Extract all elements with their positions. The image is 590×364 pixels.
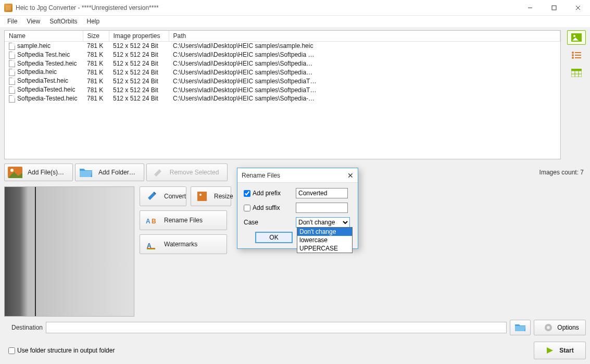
resize-button[interactable]: Resize xyxy=(191,186,231,206)
view-list-button[interactable] xyxy=(567,48,586,62)
menubar: File View SoftOrbits Help xyxy=(0,16,590,27)
svg-text:B: B xyxy=(152,218,156,225)
gear-icon xyxy=(544,323,553,332)
use-folder-structure-checkbox[interactable]: Use folder structure in output folder xyxy=(8,347,115,354)
start-button[interactable]: Start xyxy=(534,342,586,359)
destination-row: Destination Options xyxy=(0,318,590,337)
case-option-dont-change[interactable]: Don't change xyxy=(297,228,352,236)
svg-point-6 xyxy=(572,52,574,54)
file-icon xyxy=(9,43,15,50)
resize-icon xyxy=(196,190,208,203)
watermarks-button[interactable]: A Watermarks xyxy=(140,234,227,254)
preview-pane xyxy=(4,186,134,317)
svg-rect-19 xyxy=(197,192,207,201)
suffix-input[interactable] xyxy=(296,203,348,213)
destination-label: Destination xyxy=(11,324,43,331)
menu-view[interactable]: View xyxy=(22,17,44,26)
remove-selected-button[interactable]: Remove Selected xyxy=(146,164,228,181)
table-row[interactable]: Softpedia Test.heic781 K512 x 512 24 Bit… xyxy=(5,51,560,59)
image-icon xyxy=(7,166,23,179)
watermark-icon: A xyxy=(145,238,158,250)
col-size[interactable]: Size xyxy=(83,31,109,42)
titlebar: Heic to Jpg Converter - ****Unregistered… xyxy=(0,0,590,16)
prefix-input[interactable] xyxy=(296,188,348,198)
menu-help[interactable]: Help xyxy=(83,17,104,26)
table-row[interactable]: SoftpediaTested.heic781 K512 x 512 24 Bi… xyxy=(5,85,560,94)
svg-point-18 xyxy=(10,169,14,172)
add-suffix-checkbox[interactable] xyxy=(244,205,250,211)
view-thumbnails-button[interactable] xyxy=(567,30,586,45)
table-row[interactable]: Softpedia Tested.heic781 K512 x 512 24 B… xyxy=(5,59,560,68)
col-path[interactable]: Path xyxy=(169,31,560,42)
add-folder-button[interactable]: Add Folder… xyxy=(75,164,144,181)
svg-rect-1 xyxy=(552,6,556,10)
minimize-button[interactable] xyxy=(518,0,542,16)
menu-softorbits[interactable]: SoftOrbits xyxy=(45,17,81,26)
svg-text:A: A xyxy=(146,218,150,225)
svg-marker-28 xyxy=(547,347,553,354)
svg-point-5 xyxy=(573,35,575,37)
convert-button[interactable]: Convert xyxy=(140,186,186,206)
dialog-title: Rename Files xyxy=(242,172,280,179)
table-row[interactable]: SoftpediaTest.heic781 K512 x 512 24 BitC… xyxy=(5,77,560,85)
file-icon xyxy=(9,95,15,103)
svg-rect-12 xyxy=(571,69,582,71)
case-dropdown-list[interactable]: Don't change lowercase UPPERCASE xyxy=(297,227,353,253)
add-prefix-checkbox[interactable] xyxy=(244,190,250,197)
col-props[interactable]: Image properties xyxy=(109,31,169,42)
menu-file[interactable]: File xyxy=(3,17,21,26)
browse-destination-button[interactable] xyxy=(510,320,531,335)
case-label: Case xyxy=(244,219,258,226)
folder-icon xyxy=(78,166,94,179)
ok-button[interactable]: OK xyxy=(255,232,293,243)
svg-rect-24 xyxy=(147,248,155,249)
close-button[interactable] xyxy=(566,0,590,16)
destination-input[interactable] xyxy=(46,322,507,333)
file-icon xyxy=(9,86,15,94)
file-icon xyxy=(9,69,15,76)
col-name[interactable]: Name xyxy=(5,31,83,42)
view-details-button[interactable] xyxy=(567,66,586,80)
table-row[interactable]: sample.heic781 K512 x 512 24 BitC:\Users… xyxy=(5,42,560,51)
main-area: Name Size Image properties Path sample.h… xyxy=(0,27,590,318)
svg-point-20 xyxy=(199,194,202,196)
file-icon xyxy=(9,52,15,59)
table-row[interactable]: Softpedia.heic781 K512 x 512 24 BitC:\Us… xyxy=(5,68,560,77)
svg-point-27 xyxy=(547,326,550,329)
svg-point-7 xyxy=(572,54,574,56)
case-option-lowercase[interactable]: lowercase xyxy=(297,236,352,244)
case-select[interactable]: Don't change xyxy=(296,217,350,228)
dialog-close-button[interactable]: ✕ xyxy=(347,171,354,180)
bottom-bar: Use folder structure in output folder St… xyxy=(0,337,590,364)
play-icon xyxy=(546,346,554,355)
file-list[interactable]: Name Size Image properties Path sample.h… xyxy=(4,30,561,159)
maximize-button[interactable] xyxy=(542,0,566,16)
images-count: Images count: 7 xyxy=(539,169,586,176)
add-files-button[interactable]: Add File(s)… xyxy=(4,164,73,181)
rename-icon: AB xyxy=(145,214,158,227)
file-icon xyxy=(9,78,15,85)
svg-rect-25 xyxy=(147,249,155,249)
app-icon xyxy=(4,4,12,12)
table-row[interactable]: Softpedia-Tested.heic781 K512 x 512 24 B… xyxy=(5,94,560,103)
convert-icon xyxy=(145,190,158,203)
rename-files-button[interactable]: AB Rename Files xyxy=(140,210,227,230)
case-option-uppercase[interactable]: UPPERCASE xyxy=(297,244,352,253)
svg-point-8 xyxy=(572,57,574,59)
eraser-icon xyxy=(149,166,166,179)
options-button[interactable]: Options xyxy=(534,320,586,335)
file-icon xyxy=(9,60,15,67)
window-title: Heic to Jpg Converter - ****Unregistered… xyxy=(16,4,159,11)
